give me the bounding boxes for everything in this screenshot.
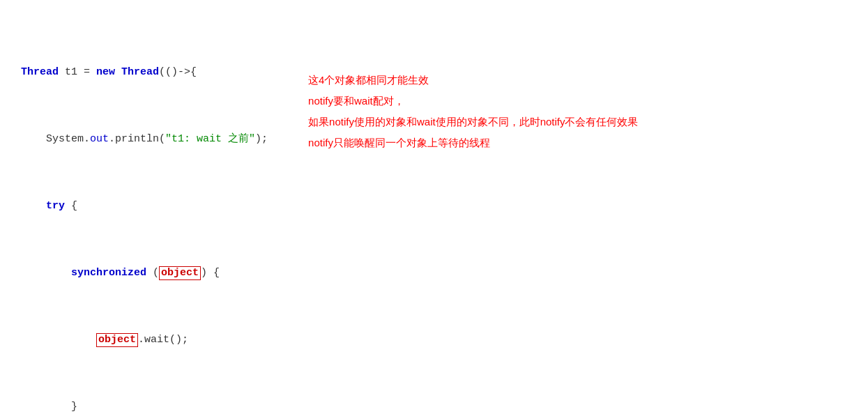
main-container: Thread t1 = new Thread(()->{ System.out.… (21, 14, 847, 414)
code-line-2: System.out.println("t1: wait 之前"); (21, 131, 280, 148)
code-line-1: Thread t1 = new Thread(()->{ (21, 64, 280, 81)
code-line-4: synchronized (object) { (21, 265, 280, 282)
annotation-line-4: notify只能唤醒同一个对象上等待的线程 (308, 132, 847, 153)
code-line-5: object.wait(); (21, 332, 280, 348)
annotation-block: 这4个对象都相同才能生效 notify要和wait配对， 如果notify使用的… (308, 14, 847, 153)
annotation-line-1: 这4个对象都相同才能生效 (308, 70, 847, 91)
annotation-line-3: 如果notify使用的对象和wait使用的对象不同，此时notify不会有任何效… (308, 112, 847, 132)
annotation-line-2: notify要和wait配对， (308, 91, 847, 112)
code-line-6: } (21, 399, 280, 414)
code-block: Thread t1 = new Thread(()->{ System.out.… (21, 14, 280, 414)
code-line-3: try { (21, 198, 280, 215)
